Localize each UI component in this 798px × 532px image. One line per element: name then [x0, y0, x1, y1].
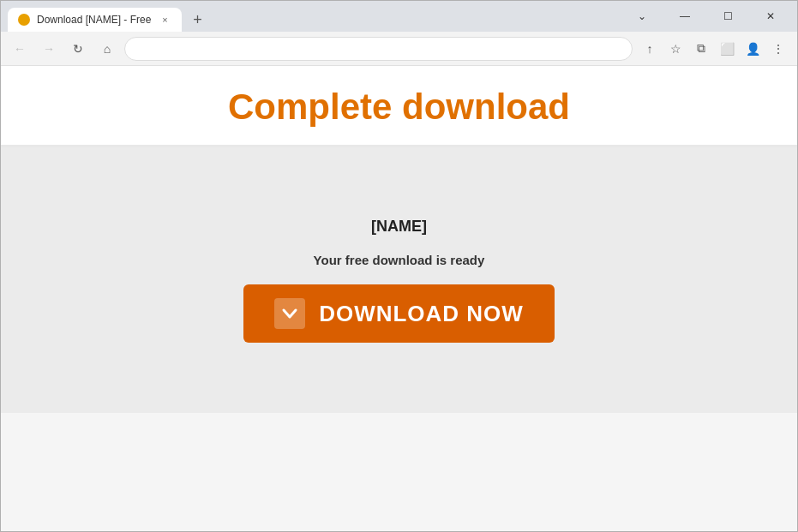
close-button[interactable]: ✕	[751, 4, 790, 28]
file-subtitle: Your free download is ready	[314, 253, 485, 267]
tab-bar: Download [NAME] - Free × +	[8, 1, 622, 32]
title-bar: Download [NAME] - Free × + ⌄ — ☐ ✕	[1, 1, 797, 32]
profile-icon[interactable]: 👤	[741, 37, 765, 61]
page-title: Complete download	[18, 87, 780, 128]
menu-icon[interactable]: ⋮	[766, 37, 790, 61]
browser-window: Download [NAME] - Free × + ⌄ — ☐ ✕ ← → ↻…	[0, 0, 798, 532]
minimize-button[interactable]: —	[665, 4, 705, 28]
window-controls: ⌄ — ☐ ✕	[622, 4, 790, 28]
download-now-button[interactable]: DOWNLOAD NOW	[243, 284, 555, 343]
download-chevron-icon	[274, 298, 305, 329]
new-tab-button[interactable]: +	[185, 8, 209, 32]
back-button[interactable]: ←	[8, 37, 32, 61]
browser-toolbar: ← → ↻ ⌂ ↑ ☆ ⧉ ⬜ 👤 ⋮	[1, 32, 797, 66]
file-name: [NAME]	[371, 218, 427, 236]
bottom-area	[1, 413, 797, 531]
address-bar[interactable]	[124, 37, 633, 61]
bookmark-icon[interactable]: ☆	[663, 37, 687, 61]
page-header: Complete download	[1, 66, 797, 147]
refresh-button[interactable]: ↻	[66, 37, 90, 61]
tab-favicon	[18, 14, 30, 26]
toolbar-icons: ↑ ☆ ⧉ ⬜ 👤 ⋮	[638, 37, 790, 61]
browser-tab[interactable]: Download [NAME] - Free ×	[8, 8, 182, 32]
home-button[interactable]: ⌂	[95, 37, 119, 61]
download-area: [NAME] Your free download is ready DOWNL…	[1, 147, 797, 413]
tab-close-button[interactable]: ×	[158, 13, 171, 27]
share-icon[interactable]: ↑	[638, 37, 662, 61]
download-button-label: DOWNLOAD NOW	[319, 301, 524, 327]
forward-button[interactable]: →	[37, 37, 61, 61]
extensions-icon[interactable]: ⧉	[689, 37, 713, 61]
split-view-icon[interactable]: ⬜	[715, 37, 739, 61]
maximize-button[interactable]: ☐	[708, 4, 747, 28]
chevron-button[interactable]: ⌄	[622, 4, 662, 28]
tab-title: Download [NAME] - Free	[37, 14, 151, 26]
page-content: Complete download [NAME] Your free downl…	[1, 66, 797, 531]
